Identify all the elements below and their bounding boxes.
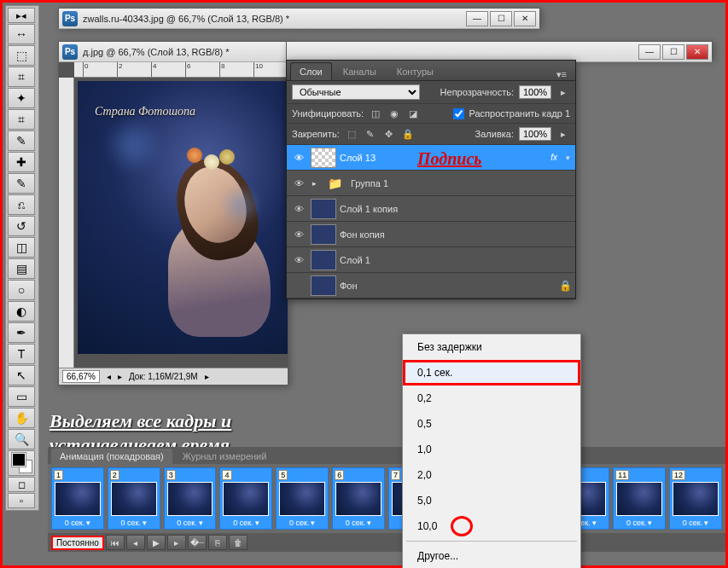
layer-row[interactable]: 👁 Фон копия (287, 222, 575, 247)
animation-frame[interactable]: 4 0 сек.▾ (219, 467, 272, 530)
animation-frame[interactable]: 3 0 сек.▾ (164, 467, 217, 530)
frame-delay-label[interactable]: 0 сек. (121, 519, 141, 527)
frame-delay-label[interactable]: 0 сек. (233, 519, 253, 527)
zoom-level[interactable]: 66,67% (62, 370, 100, 383)
layer-name[interactable]: Слой 1 (340, 255, 572, 265)
eraser-tool[interactable]: ◫ (8, 237, 35, 258)
frame-delay-label[interactable]: 0 сек. (346, 519, 365, 527)
blend-mode-select[interactable]: Обычные (292, 84, 420, 100)
wand-tool[interactable]: ✦ (8, 88, 35, 108)
expand-icon[interactable]: ▸ (311, 179, 318, 188)
move-tool[interactable]: ↔ (8, 24, 35, 44)
zoom-tool[interactable]: 🔍 (8, 429, 35, 449)
stamp-tool[interactable]: ⎌ (8, 194, 35, 215)
brush-tool[interactable]: ✎ (8, 173, 35, 194)
delete-frame-button[interactable]: 🗑 (229, 535, 248, 550)
unify-style-icon[interactable]: ◪ (406, 107, 420, 119)
maximize-button[interactable]: ☐ (662, 44, 684, 60)
delay-option-other[interactable]: Другое... (403, 543, 580, 568)
layer-thumbnail[interactable] (311, 148, 336, 168)
delay-option[interactable]: Без задержки (403, 334, 580, 360)
chevron-down-icon[interactable]: ▾ (704, 519, 708, 527)
canvas[interactable]: Страна Фотошопа (74, 78, 288, 368)
delay-option[interactable]: 0,2 (403, 385, 580, 411)
opacity-input[interactable] (519, 85, 551, 99)
chevron-down-icon[interactable]: ▾ (367, 519, 371, 527)
chevron-right-icon[interactable]: ▸ (556, 86, 570, 98)
lock-transparency-icon[interactable]: ⬚ (345, 128, 358, 140)
gradient-tool[interactable]: ▤ (8, 258, 35, 279)
layer-name[interactable]: Фон (340, 281, 556, 291)
chevron-down-icon[interactable]: ▾ (564, 154, 572, 162)
animation-frame[interactable]: 6 0 сек.▾ (332, 467, 385, 530)
propagate-frame-checkbox[interactable] (453, 108, 464, 119)
layer-row[interactable]: 👁 Слой 1 копия (287, 196, 575, 222)
chevron-right-icon[interactable]: ▸ (556, 128, 570, 140)
tab-layers[interactable]: Слои (290, 62, 332, 80)
tab-animation[interactable]: Анимация (покадровая) (51, 449, 172, 464)
color-swatches[interactable] (8, 450, 35, 476)
layer-row[interactable]: 👁 Слой 1 (287, 247, 575, 273)
heal-tool[interactable]: ✚ (8, 152, 35, 172)
layer-thumbnail[interactable] (311, 199, 336, 219)
layer-name[interactable]: Слой 1 копия (340, 204, 572, 214)
layer-name[interactable]: Группа 1 (351, 178, 572, 188)
delay-option-highlighted[interactable]: 0,1 сек. (403, 360, 580, 385)
layer-thumbnail[interactable] (311, 224, 336, 245)
shape-tool[interactable]: ▭ (8, 386, 35, 407)
chevron-down-icon[interactable]: ▾ (592, 519, 597, 527)
lock-pixels-icon[interactable]: ✎ (364, 128, 377, 140)
unify-position-icon[interactable]: ◫ (369, 107, 382, 119)
animation-frame[interactable]: 1 0 сек.▾ (51, 467, 104, 530)
layer-thumbnail[interactable] (311, 250, 336, 270)
blur-tool[interactable]: ○ (8, 280, 35, 300)
lasso-tool[interactable]: ⌗ (8, 67, 35, 87)
close-button[interactable]: ✕ (514, 11, 536, 26)
frame-delay-label[interactable]: 0 сек. (177, 519, 196, 527)
visibility-icon[interactable]: 👁 (290, 255, 307, 265)
chevron-down-icon[interactable]: ▾ (255, 519, 259, 527)
minimize-button[interactable]: — (638, 44, 661, 60)
lock-all-icon[interactable]: 🔒 (401, 128, 415, 140)
fill-input[interactable] (519, 127, 551, 141)
layer-row[interactable]: Фон 🔒 (287, 273, 575, 298)
layer-thumbnail[interactable] (311, 275, 336, 296)
maximize-button[interactable]: ☐ (490, 11, 512, 26)
frame-delay-label[interactable]: 0 сек. (289, 519, 309, 527)
pen-tool[interactable]: ✒ (8, 322, 35, 343)
panel-menu-icon[interactable]: ▾≡ (551, 69, 572, 80)
quickmask-toggle[interactable]: ◻ (8, 477, 35, 492)
frame-delay-label[interactable]: 0 сек. (683, 519, 702, 527)
minimize-button[interactable]: — (466, 11, 488, 26)
chevron-down-icon[interactable]: ▾ (143, 519, 147, 527)
fx-badge[interactable]: fx (547, 153, 561, 162)
animation-frame[interactable]: 5 0 сек.▾ (276, 467, 329, 530)
toolbar-handle[interactable]: ▸◂ (8, 8, 35, 23)
visibility-icon[interactable]: 👁 (290, 153, 307, 163)
marquee-tool[interactable]: ⬚ (8, 45, 35, 66)
chevron-down-icon[interactable]: ▾ (86, 519, 90, 527)
layer-row[interactable]: 👁 ▸ 📁 Группа 1 (287, 171, 575, 196)
visibility-icon[interactable]: 👁 (290, 229, 307, 240)
crop-tool[interactable]: ⌗ (8, 109, 35, 130)
next-frame-button[interactable]: ▸ (167, 535, 186, 550)
prev-frame-button[interactable]: ◂ (126, 535, 145, 550)
play-button[interactable]: ▶ (147, 535, 166, 550)
tab-channels[interactable]: Каналы (334, 62, 386, 80)
chevron-down-icon[interactable]: ▾ (648, 519, 652, 527)
delay-option[interactable]: 0,5 (403, 411, 580, 437)
delay-option[interactable]: 5,0 (403, 488, 580, 513)
duplicate-frame-button[interactable]: ⎘ (208, 535, 227, 550)
delay-option[interactable]: 10,0 (403, 513, 580, 539)
chevron-down-icon[interactable]: ▾ (311, 519, 315, 527)
hand-tool[interactable]: ✋ (8, 408, 35, 428)
loop-mode-select[interactable]: Постоянно (51, 536, 104, 550)
visibility-icon[interactable]: 👁 (290, 178, 307, 188)
lock-position-icon[interactable]: ✥ (382, 128, 396, 140)
path-select-tool[interactable]: ↖ (8, 365, 35, 385)
tab-measurement-log[interactable]: Журнал измерений (174, 449, 276, 464)
tab-paths[interactable]: Контуры (387, 62, 443, 80)
animation-frame[interactable]: 11 0 сек.▾ (613, 467, 666, 530)
unify-visibility-icon[interactable]: ◉ (387, 107, 401, 119)
animation-frame[interactable]: 2 0 сек.▾ (108, 467, 160, 530)
